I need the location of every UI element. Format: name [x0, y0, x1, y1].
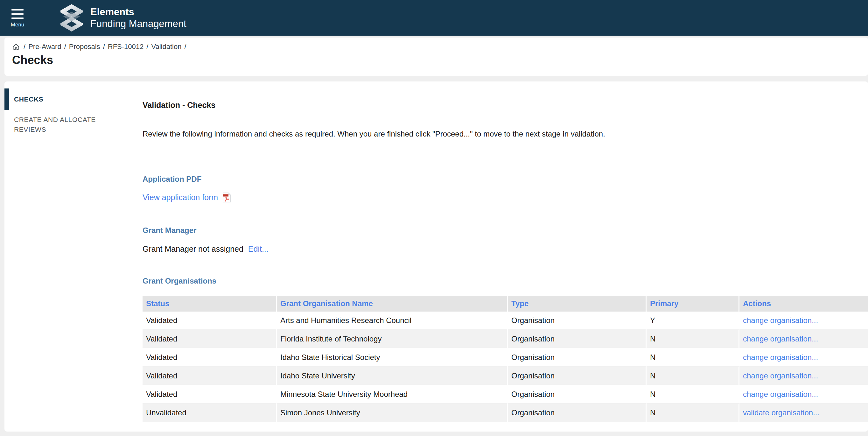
column-header-type[interactable]: Type	[508, 295, 647, 312]
table-row: Validated Idaho State Historical Society…	[143, 348, 868, 367]
main-card: Checks Create and Allocate Reviews Valid…	[4, 82, 868, 432]
change-organisation-link[interactable]: change organisation...	[743, 316, 818, 324]
brand-text: Elements Funding Management	[90, 6, 186, 30]
application-pdf-heading: Application PDF	[143, 175, 868, 184]
cell-type: Organisation	[508, 312, 647, 330]
home-icon[interactable]	[12, 43, 20, 51]
cell-primary: N	[647, 330, 740, 348]
table-row: Unvalidated Simon Jones University Organ…	[143, 404, 868, 422]
breadcrumb-card: / Pre-Award / Proposals / RFS-10012 / Va…	[4, 37, 868, 76]
content-title: Validation - Checks	[143, 100, 868, 110]
cell-name: Arts and Humanities Research Council	[277, 312, 508, 330]
grant-organisations-heading: Grant Organisations	[143, 277, 868, 285]
grant-organisations-table: Status Grant Organisation Name Type Prim…	[143, 295, 868, 422]
cell-status: Unvalidated	[143, 404, 277, 422]
menu-label: Menu	[11, 22, 25, 28]
column-header-primary[interactable]: Primary	[647, 295, 740, 312]
cell-primary: Y	[647, 312, 740, 330]
validate-organisation-link[interactable]: validate organisation...	[743, 408, 819, 417]
grant-manager-row: Grant Manager not assigned Edit...	[143, 244, 868, 254]
instructions-text: Review the following information and che…	[143, 129, 868, 138]
cell-name: Simon Jones University	[277, 404, 508, 422]
breadcrumb-item-proposals[interactable]: Proposals	[69, 43, 100, 51]
column-header-status[interactable]: Status	[143, 295, 277, 312]
sidebar-item-create-and-allocate-reviews[interactable]: Create and Allocate Reviews	[4, 110, 110, 141]
grant-manager-heading: Grant Manager	[143, 226, 868, 235]
view-application-form-link[interactable]: View application form	[143, 193, 218, 202]
checks-content: Validation - Checks Review the following…	[138, 82, 868, 432]
column-header-actions[interactable]: Actions	[740, 295, 868, 312]
brand[interactable]: Elements Funding Management	[60, 4, 186, 32]
validation-stage-nav: Checks Create and Allocate Reviews	[4, 82, 138, 432]
grant-manager-edit-link[interactable]: Edit...	[248, 244, 269, 253]
cell-type: Organisation	[508, 348, 647, 367]
change-organisation-link[interactable]: change organisation...	[743, 335, 818, 343]
cell-primary: N	[647, 348, 740, 367]
cell-status: Validated	[143, 330, 277, 348]
cell-type: Organisation	[508, 330, 647, 348]
change-organisation-link[interactable]: change organisation...	[743, 390, 818, 399]
breadcrumb-separator: /	[24, 43, 26, 51]
page-title: Checks	[12, 54, 860, 67]
cell-primary: N	[647, 404, 740, 422]
menu-button[interactable]: Menu	[10, 8, 25, 28]
app-header: Menu Elements Funding Management	[0, 0, 868, 36]
cell-type: Organisation	[508, 367, 647, 385]
breadcrumb-item-pre-award[interactable]: Pre-Award	[28, 43, 61, 51]
cell-name: Minnesota State University Moorhead	[277, 385, 508, 404]
breadcrumb-item-validation[interactable]: Validation	[151, 43, 181, 51]
cell-primary: N	[647, 367, 740, 385]
cell-status: Validated	[143, 312, 277, 330]
change-organisation-link[interactable]: change organisation...	[743, 371, 818, 380]
breadcrumb: / Pre-Award / Proposals / RFS-10012 / Va…	[12, 43, 860, 51]
table-row: Validated Florida Institute of Technolog…	[143, 330, 868, 348]
breadcrumb-item-proposal-id[interactable]: RFS-10012	[108, 43, 144, 51]
cell-name: Idaho State University	[277, 367, 508, 385]
pdf-file-icon[interactable]	[222, 192, 231, 203]
cell-status: Validated	[143, 385, 277, 404]
column-header-name[interactable]: Grant Organisation Name	[277, 295, 508, 312]
application-pdf-row: View application form	[143, 192, 868, 203]
change-organisation-link[interactable]: change organisation...	[743, 353, 818, 362]
table-row: Validated Idaho State University Organis…	[143, 367, 868, 385]
brand-title: Elements	[90, 6, 186, 18]
cell-status: Validated	[143, 348, 277, 367]
cell-type: Organisation	[508, 385, 647, 404]
cell-name: Florida Institute of Technology	[277, 330, 508, 348]
elements-logo-icon	[60, 4, 83, 32]
cell-name: Idaho State Historical Society	[277, 348, 508, 367]
cell-type: Organisation	[508, 404, 647, 422]
table-header-row: Status Grant Organisation Name Type Prim…	[143, 295, 868, 312]
grant-manager-status-text: Grant Manager not assigned	[143, 244, 243, 253]
table-row: Validated Minnesota State University Moo…	[143, 385, 868, 404]
cell-status: Validated	[143, 367, 277, 385]
cell-primary: N	[647, 385, 740, 404]
hamburger-icon	[11, 9, 24, 10]
brand-subtitle: Funding Management	[90, 18, 186, 30]
sidebar-item-checks[interactable]: Checks	[4, 89, 138, 110]
table-row: Validated Arts and Humanities Research C…	[143, 312, 868, 330]
